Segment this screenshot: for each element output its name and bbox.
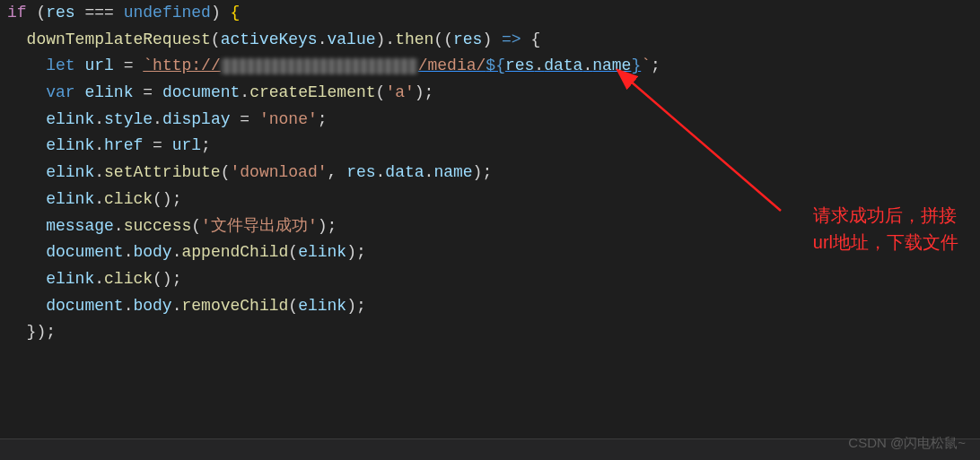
- brace-open: {: [231, 4, 241, 22]
- code-line-1: if (res === undefined) {: [7, 0, 980, 27]
- code-line-7: elink.setAttribute('download', res.data.…: [7, 160, 980, 187]
- annotation-text: 请求成功后，拼接 url地址，下载文件: [813, 202, 958, 256]
- code-line-6: elink.href = url;: [7, 133, 980, 160]
- annotation-line-2: url地址，下载文件: [813, 229, 958, 256]
- code-line-11: elink.click();: [7, 266, 980, 293]
- code-line-3: let url = `http:///media/${res.data.name…: [7, 53, 980, 80]
- obscured-url: [221, 58, 418, 74]
- code-editor[interactable]: if (res === undefined) { downTemplateReq…: [7, 0, 980, 346]
- code-line-4: var elink = document.createElement('a');: [7, 80, 980, 107]
- code-line-5: elink.style.display = 'none';: [7, 107, 980, 134]
- annotation-line-1: 请求成功后，拼接: [813, 202, 958, 229]
- watermark-text: CSDN @闪电松鼠~: [848, 432, 966, 455]
- code-line-12: document.body.removeChild(elink);: [7, 293, 980, 320]
- keyword-if: if: [7, 4, 27, 22]
- status-bar: [0, 438, 980, 460]
- func-downTemplateRequest: downTemplateRequest: [27, 30, 211, 48]
- code-line-13: });: [7, 319, 980, 346]
- code-line-2: downTemplateRequest(activeKeys.value).th…: [7, 27, 980, 54]
